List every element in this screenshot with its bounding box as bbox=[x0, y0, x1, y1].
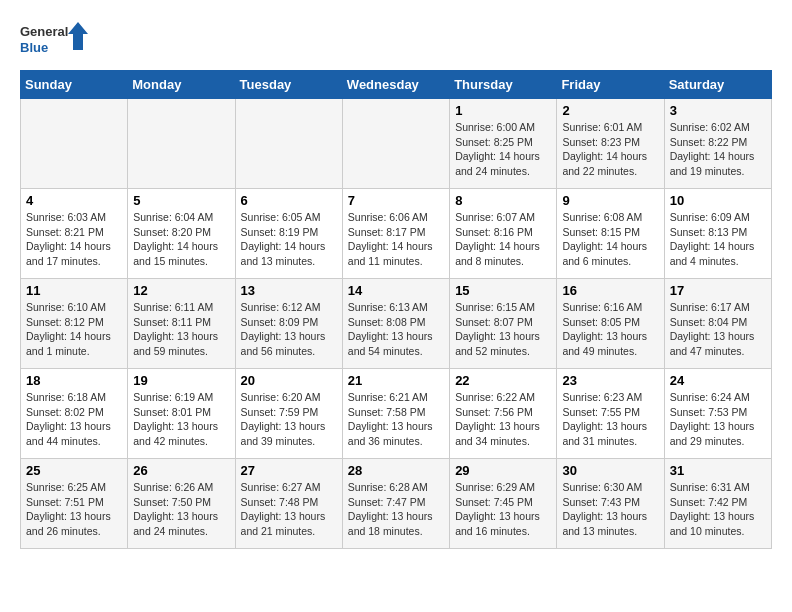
calendar-cell: 4Sunrise: 6:03 AMSunset: 8:21 PMDaylight… bbox=[21, 189, 128, 279]
day-info: Sunrise: 6:02 AMSunset: 8:22 PMDaylight:… bbox=[670, 120, 766, 179]
day-number: 28 bbox=[348, 463, 444, 478]
logo: General Blue bbox=[20, 20, 90, 60]
day-number: 3 bbox=[670, 103, 766, 118]
day-number: 10 bbox=[670, 193, 766, 208]
day-number: 5 bbox=[133, 193, 229, 208]
day-number: 6 bbox=[241, 193, 337, 208]
day-number: 30 bbox=[562, 463, 658, 478]
day-info: Sunrise: 6:05 AMSunset: 8:19 PMDaylight:… bbox=[241, 210, 337, 269]
calendar-cell: 3Sunrise: 6:02 AMSunset: 8:22 PMDaylight… bbox=[664, 99, 771, 189]
calendar-cell: 12Sunrise: 6:11 AMSunset: 8:11 PMDayligh… bbox=[128, 279, 235, 369]
day-info: Sunrise: 6:13 AMSunset: 8:08 PMDaylight:… bbox=[348, 300, 444, 359]
week-row-5: 25Sunrise: 6:25 AMSunset: 7:51 PMDayligh… bbox=[21, 459, 772, 549]
day-info: Sunrise: 6:31 AMSunset: 7:42 PMDaylight:… bbox=[670, 480, 766, 539]
day-number: 20 bbox=[241, 373, 337, 388]
calendar-cell: 6Sunrise: 6:05 AMSunset: 8:19 PMDaylight… bbox=[235, 189, 342, 279]
svg-text:Blue: Blue bbox=[20, 40, 48, 55]
day-info: Sunrise: 6:17 AMSunset: 8:04 PMDaylight:… bbox=[670, 300, 766, 359]
calendar-cell: 15Sunrise: 6:15 AMSunset: 8:07 PMDayligh… bbox=[450, 279, 557, 369]
day-info: Sunrise: 6:22 AMSunset: 7:56 PMDaylight:… bbox=[455, 390, 551, 449]
calendar-table: SundayMondayTuesdayWednesdayThursdayFrid… bbox=[20, 70, 772, 549]
svg-marker-2 bbox=[68, 22, 88, 50]
header-friday: Friday bbox=[557, 71, 664, 99]
calendar-cell: 29Sunrise: 6:29 AMSunset: 7:45 PMDayligh… bbox=[450, 459, 557, 549]
day-info: Sunrise: 6:15 AMSunset: 8:07 PMDaylight:… bbox=[455, 300, 551, 359]
day-number: 19 bbox=[133, 373, 229, 388]
day-info: Sunrise: 6:01 AMSunset: 8:23 PMDaylight:… bbox=[562, 120, 658, 179]
day-info: Sunrise: 6:06 AMSunset: 8:17 PMDaylight:… bbox=[348, 210, 444, 269]
header-monday: Monday bbox=[128, 71, 235, 99]
day-number: 13 bbox=[241, 283, 337, 298]
day-number: 22 bbox=[455, 373, 551, 388]
day-number: 9 bbox=[562, 193, 658, 208]
day-number: 25 bbox=[26, 463, 122, 478]
calendar-cell: 31Sunrise: 6:31 AMSunset: 7:42 PMDayligh… bbox=[664, 459, 771, 549]
day-number: 15 bbox=[455, 283, 551, 298]
generalblue-logo-icon: General Blue bbox=[20, 20, 90, 60]
day-number: 2 bbox=[562, 103, 658, 118]
calendar-cell: 11Sunrise: 6:10 AMSunset: 8:12 PMDayligh… bbox=[21, 279, 128, 369]
calendar-cell: 30Sunrise: 6:30 AMSunset: 7:43 PMDayligh… bbox=[557, 459, 664, 549]
calendar-cell: 18Sunrise: 6:18 AMSunset: 8:02 PMDayligh… bbox=[21, 369, 128, 459]
day-number: 18 bbox=[26, 373, 122, 388]
calendar-cell: 10Sunrise: 6:09 AMSunset: 8:13 PMDayligh… bbox=[664, 189, 771, 279]
day-number: 1 bbox=[455, 103, 551, 118]
day-info: Sunrise: 6:29 AMSunset: 7:45 PMDaylight:… bbox=[455, 480, 551, 539]
day-info: Sunrise: 6:12 AMSunset: 8:09 PMDaylight:… bbox=[241, 300, 337, 359]
day-info: Sunrise: 6:03 AMSunset: 8:21 PMDaylight:… bbox=[26, 210, 122, 269]
day-info: Sunrise: 6:10 AMSunset: 8:12 PMDaylight:… bbox=[26, 300, 122, 359]
day-info: Sunrise: 6:04 AMSunset: 8:20 PMDaylight:… bbox=[133, 210, 229, 269]
day-number: 12 bbox=[133, 283, 229, 298]
day-info: Sunrise: 6:27 AMSunset: 7:48 PMDaylight:… bbox=[241, 480, 337, 539]
calendar-cell: 25Sunrise: 6:25 AMSunset: 7:51 PMDayligh… bbox=[21, 459, 128, 549]
day-info: Sunrise: 6:09 AMSunset: 8:13 PMDaylight:… bbox=[670, 210, 766, 269]
calendar-cell bbox=[235, 99, 342, 189]
calendar-cell: 23Sunrise: 6:23 AMSunset: 7:55 PMDayligh… bbox=[557, 369, 664, 459]
header-thursday: Thursday bbox=[450, 71, 557, 99]
calendar-cell bbox=[128, 99, 235, 189]
week-row-4: 18Sunrise: 6:18 AMSunset: 8:02 PMDayligh… bbox=[21, 369, 772, 459]
day-info: Sunrise: 6:24 AMSunset: 7:53 PMDaylight:… bbox=[670, 390, 766, 449]
calendar-cell: 26Sunrise: 6:26 AMSunset: 7:50 PMDayligh… bbox=[128, 459, 235, 549]
header-tuesday: Tuesday bbox=[235, 71, 342, 99]
header-sunday: Sunday bbox=[21, 71, 128, 99]
day-info: Sunrise: 6:19 AMSunset: 8:01 PMDaylight:… bbox=[133, 390, 229, 449]
day-info: Sunrise: 6:30 AMSunset: 7:43 PMDaylight:… bbox=[562, 480, 658, 539]
calendar-cell: 20Sunrise: 6:20 AMSunset: 7:59 PMDayligh… bbox=[235, 369, 342, 459]
calendar-cell: 17Sunrise: 6:17 AMSunset: 8:04 PMDayligh… bbox=[664, 279, 771, 369]
calendar-header: SundayMondayTuesdayWednesdayThursdayFrid… bbox=[21, 71, 772, 99]
calendar-cell: 21Sunrise: 6:21 AMSunset: 7:58 PMDayligh… bbox=[342, 369, 449, 459]
week-row-3: 11Sunrise: 6:10 AMSunset: 8:12 PMDayligh… bbox=[21, 279, 772, 369]
header-saturday: Saturday bbox=[664, 71, 771, 99]
day-number: 21 bbox=[348, 373, 444, 388]
day-info: Sunrise: 6:28 AMSunset: 7:47 PMDaylight:… bbox=[348, 480, 444, 539]
calendar-cell bbox=[21, 99, 128, 189]
calendar-cell: 22Sunrise: 6:22 AMSunset: 7:56 PMDayligh… bbox=[450, 369, 557, 459]
header-row: SundayMondayTuesdayWednesdayThursdayFrid… bbox=[21, 71, 772, 99]
calendar-cell: 14Sunrise: 6:13 AMSunset: 8:08 PMDayligh… bbox=[342, 279, 449, 369]
day-info: Sunrise: 6:07 AMSunset: 8:16 PMDaylight:… bbox=[455, 210, 551, 269]
day-number: 14 bbox=[348, 283, 444, 298]
day-number: 26 bbox=[133, 463, 229, 478]
day-number: 17 bbox=[670, 283, 766, 298]
calendar-cell: 2Sunrise: 6:01 AMSunset: 8:23 PMDaylight… bbox=[557, 99, 664, 189]
day-info: Sunrise: 6:20 AMSunset: 7:59 PMDaylight:… bbox=[241, 390, 337, 449]
calendar-cell bbox=[342, 99, 449, 189]
day-info: Sunrise: 6:11 AMSunset: 8:11 PMDaylight:… bbox=[133, 300, 229, 359]
day-info: Sunrise: 6:23 AMSunset: 7:55 PMDaylight:… bbox=[562, 390, 658, 449]
day-number: 7 bbox=[348, 193, 444, 208]
calendar-cell: 27Sunrise: 6:27 AMSunset: 7:48 PMDayligh… bbox=[235, 459, 342, 549]
calendar-cell: 28Sunrise: 6:28 AMSunset: 7:47 PMDayligh… bbox=[342, 459, 449, 549]
day-info: Sunrise: 6:21 AMSunset: 7:58 PMDaylight:… bbox=[348, 390, 444, 449]
calendar-cell: 9Sunrise: 6:08 AMSunset: 8:15 PMDaylight… bbox=[557, 189, 664, 279]
day-number: 31 bbox=[670, 463, 766, 478]
day-number: 11 bbox=[26, 283, 122, 298]
header-wednesday: Wednesday bbox=[342, 71, 449, 99]
day-number: 27 bbox=[241, 463, 337, 478]
day-number: 29 bbox=[455, 463, 551, 478]
calendar-body: 1Sunrise: 6:00 AMSunset: 8:25 PMDaylight… bbox=[21, 99, 772, 549]
day-info: Sunrise: 6:18 AMSunset: 8:02 PMDaylight:… bbox=[26, 390, 122, 449]
calendar-cell: 13Sunrise: 6:12 AMSunset: 8:09 PMDayligh… bbox=[235, 279, 342, 369]
day-number: 4 bbox=[26, 193, 122, 208]
day-number: 24 bbox=[670, 373, 766, 388]
